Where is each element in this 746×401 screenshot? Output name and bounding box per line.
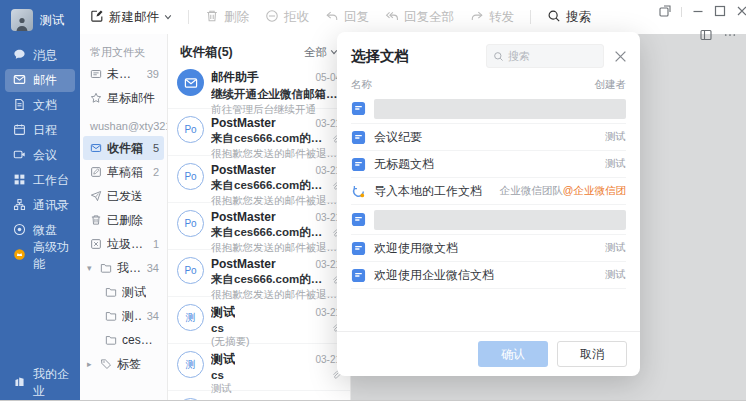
mini-window-icon[interactable] [659,3,671,21]
doc-row[interactable]: 导入本地的工作文档 企业微信团队@企业微信团 [351,178,626,205]
mail-filter-dropdown[interactable]: 全部 [304,45,338,60]
dialog-footer: 确认 取消 [337,331,640,376]
doc-row[interactable]: 欢迎使用微文档 测试 [351,235,626,262]
close-window-icon[interactable] [736,3,746,21]
doc-row-loading [351,205,626,235]
sidebar-item-label: 微盘 [33,222,57,239]
confirm-button[interactable]: 确认 [478,341,548,367]
sidebar-item-mail[interactable]: 邮件 [5,69,75,92]
calendar-icon [13,123,26,139]
cancel-button[interactable]: 取消 [557,341,627,367]
folder-sub-test[interactable]: 测试 [83,280,164,304]
sidebar-item-meeting[interactable]: 会议 [5,144,75,167]
caret-down-icon[interactable]: ▾ [87,263,95,273]
search-button[interactable]: 搜索 [547,9,591,26]
email-list-item[interactable]: 测 测试03-21 cs 测试 [168,344,350,391]
folder-inbox[interactable]: 收件箱 5 [83,136,164,160]
import-document-icon [351,184,366,199]
folder-starred[interactable]: 星标邮件 [83,86,164,110]
document-search-box[interactable] [486,44,604,68]
chevron-down-icon [164,10,172,24]
maximize-icon[interactable] [714,3,726,21]
premium-icon [13,248,26,264]
junk-icon [90,238,102,250]
reply-all-icon [385,9,399,26]
sidebar-item-label: 工作台 [33,172,69,189]
document-search-input[interactable] [508,50,597,62]
folder-my-folders[interactable]: ▾ 我的文件夹 34 [83,256,164,280]
doc-row[interactable]: 会议纪要 测试 [351,124,626,151]
sender-avatar [177,398,204,400]
toolbar-separator [530,10,531,24]
reply-all-button[interactable]: 回复全部 [385,9,454,26]
tag-icon [100,358,112,370]
unread-count: 39 [147,68,159,80]
reply-button[interactable]: 回复 [325,9,369,26]
contacts-icon [13,198,26,214]
document-table-header: 名称 创建者 [337,74,640,94]
sent-icon [90,190,102,202]
email-list-item[interactable] [168,391,350,400]
sidebar-item-messages[interactable]: 消息 [5,44,75,67]
doc-icon [13,98,26,114]
folder-icon [100,262,112,274]
email-list-item[interactable]: Po PostMaster03-21 来自ces666.com的退信 很抱歉您发… [168,156,350,203]
window-controls [659,0,746,45]
folder-tags[interactable]: ▸ 标签 [83,352,164,376]
caret-right-icon[interactable]: ▸ [87,359,95,369]
folder-sent[interactable]: 已发送 [83,184,164,208]
sender-avatar: Po [177,210,204,237]
sidebar-item-workbench[interactable]: 工作台 [5,169,75,192]
my-folders-count: 34 [147,262,159,274]
email-list-item[interactable]: Po PostMaster03-21 来自ces666.com的退信 很抱歉您发… [168,109,350,156]
mailbox-title: 收件箱(5) [180,44,233,61]
sender-avatar: 测 [177,351,204,378]
folder-drafts[interactable]: 草稿箱 2 [83,160,164,184]
sidebar-item-schedule[interactable]: 日程 [5,119,75,142]
sidebar-item-premium[interactable]: 高级功能 [5,244,75,267]
more-options-icon[interactable] [724,27,736,45]
doc-row-loading [351,94,626,124]
folder-deleted[interactable]: 已删除 [83,208,164,232]
sidebar-item-label: 会议 [33,147,57,164]
minimize-icon[interactable] [692,3,704,21]
compose-button[interactable]: 新建邮件 [90,9,172,26]
column-name: 名称 [351,78,372,92]
reading-pane-icon[interactable] [700,27,712,45]
sidebar-item-my-company[interactable]: 我的企业 [0,366,80,400]
email-list-item[interactable]: 测 测试03-21 cs (无摘要) [168,297,350,344]
loading-placeholder [374,99,626,119]
document-icon [351,101,366,116]
email-list-item[interactable]: Po PostMaster03-21 来自ces666.com的退信 很抱歉您发… [168,203,350,250]
building-icon [13,375,26,391]
sidebar-item-contacts[interactable]: 通讯录 [5,194,75,217]
folder-icon [105,334,117,346]
folder-junk[interactable]: 垃圾邮件 1 [83,232,164,256]
draft-icon [90,166,102,178]
sidebar-item-label: 日程 [33,122,57,139]
folder-sub-test3[interactable]: 测试3 34 [83,304,164,328]
column-creator: 创建者 [595,78,627,92]
reject-button[interactable]: 拒收 [265,9,309,26]
folder-unread[interactable]: 未读邮件 39 [83,62,164,86]
mail-assistant-avatar [177,69,204,96]
trash-icon [90,214,102,226]
document-icon [351,157,366,172]
unread-mail-icon [90,68,102,80]
search-icon [493,51,504,62]
sidebar-item-docs[interactable]: 文档 [5,94,75,117]
inbox-count: 5 [153,142,159,154]
forward-button[interactable]: 转发 [470,9,514,26]
app-window: 测试 消息 邮件 文档 日程 会议 [0,0,746,401]
user-profile[interactable]: 测试 [0,0,80,40]
reply-icon [325,9,339,26]
delete-button[interactable]: 删除 [205,9,249,26]
document-icon [351,241,366,256]
doc-row[interactable]: 无标题文档 测试 [351,151,626,178]
close-icon[interactable] [614,50,627,63]
folder-sub-ceshishanch[interactable]: ceshishanch... [83,328,164,352]
document-icon [351,212,366,227]
doc-row[interactable]: 欢迎使用企业微信文档 测试 [351,262,626,289]
email-list-item[interactable]: 邮件助手05-04 继续开通企业微信邮箱服务 前往管理后台继续开通 [168,62,350,109]
email-list-item[interactable]: Po PostMaster03-21 来自ces666.com的退信 很抱歉您发… [168,250,350,297]
